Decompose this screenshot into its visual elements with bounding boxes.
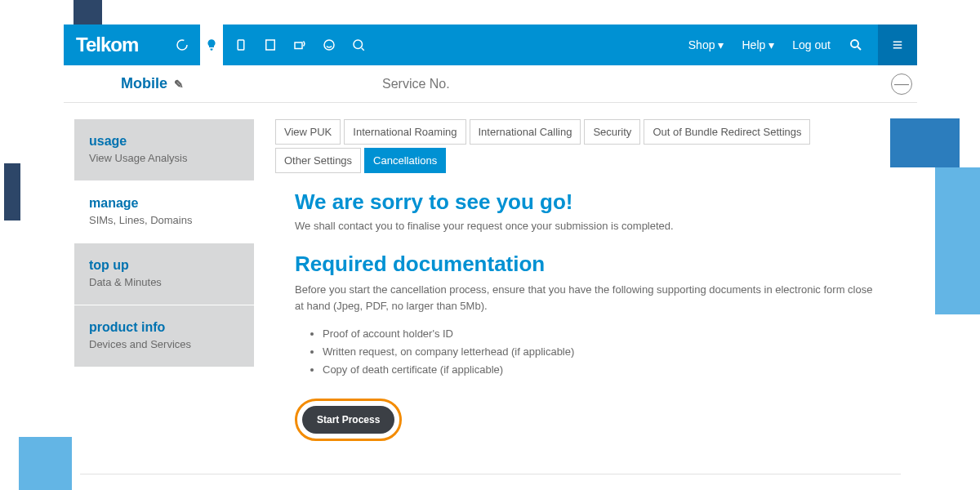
tab-bar: View PUKInternational RoamingInternation… <box>275 119 896 173</box>
bulb-icon[interactable] <box>200 24 223 65</box>
sidebar-item-sub: View Usage Analysis <box>89 152 239 164</box>
heading-docs: Required documentation <box>295 252 876 277</box>
start-process-highlight: Start Process <box>295 399 402 441</box>
shop-label: Shop <box>688 38 715 51</box>
sidebar-item-usage[interactable]: usage View Usage Analysis <box>74 119 254 181</box>
help-menu[interactable]: Help▾ <box>742 38 774 51</box>
chevron-down-icon: ▾ <box>718 38 724 51</box>
brand-logo: Telkom <box>76 33 138 56</box>
lead-text: We shall contact you to finalise your re… <box>295 220 876 232</box>
svg-point-9 <box>354 40 363 49</box>
service-number-label: Service No. <box>382 77 450 91</box>
sidebar: usage View Usage Analysis manage SIMs, L… <box>74 119 254 441</box>
doc-item: Proof of account holder's ID <box>323 325 876 343</box>
content-area: We are sorry to see you go! We shall con… <box>275 189 896 441</box>
chevron-down-icon: ▾ <box>768 38 774 51</box>
help-label: Help <box>742 38 765 51</box>
svg-point-11 <box>851 40 858 47</box>
docs-list: Proof of account holder's IDWritten requ… <box>323 325 876 379</box>
spinner-icon[interactable] <box>171 24 194 65</box>
tab-out-of-bundle-redirect-settings[interactable]: Out of Bundle Redirect Settings <box>644 119 810 145</box>
top-nav: Telkom Shop▾ Help▾ Log out <box>64 24 917 65</box>
tab-security[interactable]: Security <box>584 119 640 145</box>
hamburger-menu[interactable] <box>878 24 917 65</box>
tab-international-calling[interactable]: International Calling <box>470 119 581 145</box>
logout-link[interactable]: Log out <box>792 38 831 51</box>
logout-label: Log out <box>792 38 831 51</box>
tab-cancellations[interactable]: Cancellations <box>364 148 446 173</box>
doc-item: Written request, on company letterhead (… <box>323 343 876 361</box>
doc-item: Copy of death certificate (if applicable… <box>323 361 876 379</box>
collapse-toggle[interactable]: — <box>891 74 912 95</box>
svg-rect-1 <box>238 40 245 50</box>
sidebar-item-sub: Devices and Services <box>89 338 239 350</box>
svg-rect-2 <box>266 40 275 50</box>
sidebar-item-title: product info <box>89 320 239 335</box>
svg-point-8 <box>324 40 334 50</box>
search-at-icon[interactable] <box>347 24 370 65</box>
device-icon[interactable] <box>229 24 252 65</box>
sidebar-item-title: usage <box>89 134 239 149</box>
section-title: Mobile ✎ <box>121 75 184 92</box>
search-icon[interactable] <box>849 38 863 52</box>
svg-line-10 <box>362 48 364 51</box>
sub-header: Mobile ✎ Service No. — <box>64 65 917 103</box>
building-icon[interactable] <box>259 24 282 65</box>
nav-icon-row <box>171 24 370 65</box>
nav-menu: Shop▾ Help▾ Log out <box>688 38 863 52</box>
edit-icon[interactable]: ✎ <box>174 78 184 91</box>
docs-intro: Before you start the cancellation proces… <box>295 282 876 314</box>
sidebar-item-title: top up <box>89 258 239 273</box>
sidebar-item-productinfo[interactable]: product info Devices and Services <box>74 305 254 368</box>
svg-point-0 <box>177 40 187 50</box>
main-panel: View PUKInternational RoamingInternation… <box>254 119 917 441</box>
heading-sorry: We are sorry to see you go! <box>295 189 876 215</box>
decor-block <box>4 163 20 220</box>
sidebar-item-topup[interactable]: top up Data & Minutes <box>74 243 254 305</box>
sidebar-item-sub: SIMs, Lines, Domains <box>89 214 239 226</box>
sidebar-item-sub: Data & Minutes <box>89 276 239 288</box>
tab-international-roaming[interactable]: International Roaming <box>344 119 466 145</box>
sidebar-item-manage[interactable]: manage SIMs, Lines, Domains <box>74 181 254 243</box>
tab-view-puk[interactable]: View PUK <box>275 119 341 145</box>
wifi-card-icon[interactable] <box>288 24 311 65</box>
shop-menu[interactable]: Shop▾ <box>688 38 724 51</box>
tab-other-settings[interactable]: Other Settings <box>275 148 361 173</box>
section-title-text: Mobile <box>121 75 167 92</box>
support-icon[interactable] <box>318 24 341 65</box>
svg-line-12 <box>858 47 861 50</box>
divider <box>80 474 901 474</box>
start-process-button[interactable]: Start Process <box>302 406 394 434</box>
sidebar-item-title: manage <box>89 196 239 211</box>
decor-block <box>935 167 980 314</box>
svg-rect-7 <box>295 42 302 49</box>
